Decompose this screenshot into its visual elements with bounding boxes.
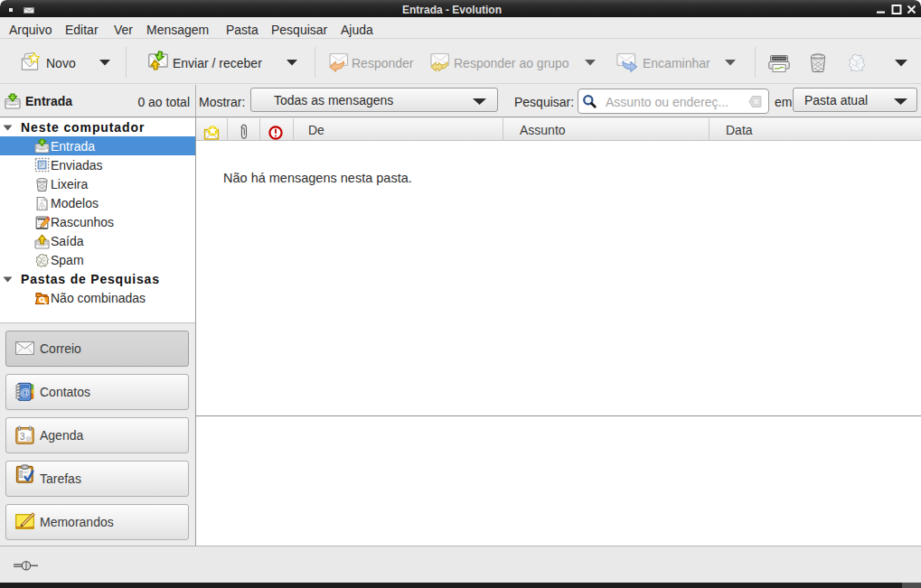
svg-text:@: @ bbox=[20, 387, 30, 397]
svg-text:3: 3 bbox=[20, 432, 25, 442]
